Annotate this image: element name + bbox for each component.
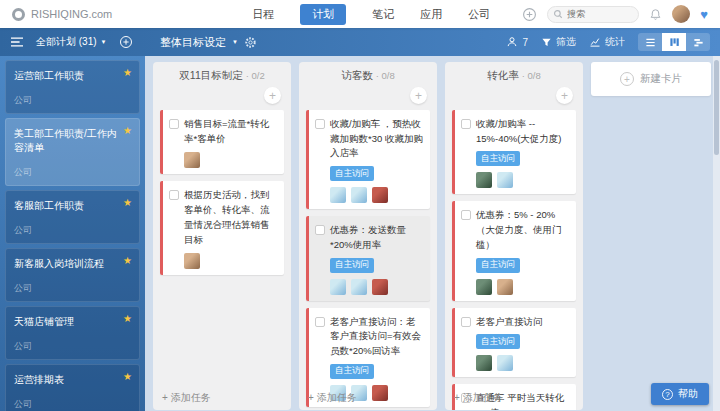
plans-dropdown-label: 全部计划 (31) bbox=[36, 35, 97, 49]
task-tag: 自主访问 bbox=[476, 258, 520, 273]
task-checkbox[interactable] bbox=[461, 210, 471, 220]
help-button[interactable]: ? 帮助 bbox=[651, 383, 709, 405]
task-checkbox[interactable] bbox=[169, 119, 179, 129]
plan-org: 公司 bbox=[14, 398, 131, 411]
sidebar-plan-item[interactable]: 新客服入岗培训流程 ★ 公司 bbox=[5, 248, 140, 302]
search-box bbox=[547, 6, 639, 23]
avatar bbox=[184, 152, 200, 168]
star-icon[interactable]: ★ bbox=[123, 256, 132, 266]
vertical-scrollbar[interactable] bbox=[713, 56, 720, 411]
filter-label: 筛选 bbox=[556, 35, 576, 49]
timeline-view-icon bbox=[693, 37, 704, 48]
sidebar-plan-item[interactable]: 天猫店铺管理 ★ 公司 bbox=[5, 306, 140, 360]
logo-icon bbox=[12, 8, 25, 21]
app-logo[interactable]: RISHIQING.com bbox=[12, 8, 112, 21]
task-checkbox[interactable] bbox=[461, 317, 471, 327]
gear-icon[interactable] bbox=[244, 36, 257, 49]
column-header: 转化率 · 0/8 bbox=[445, 62, 583, 84]
timeline-view-toggle[interactable] bbox=[686, 33, 710, 51]
new-card-label: 新建卡片 bbox=[640, 72, 682, 86]
scrollbar-thumb[interactable] bbox=[714, 60, 719, 155]
task-card[interactable]: 销售目标=流量*转化率*客单价 bbox=[160, 110, 284, 174]
filter-button[interactable]: 筛选 bbox=[541, 35, 576, 49]
task-checkbox[interactable] bbox=[169, 190, 179, 200]
members-button[interactable]: 7 bbox=[506, 36, 528, 48]
add-card-icon[interactable]: + bbox=[410, 87, 427, 104]
list-view-toggle[interactable] bbox=[638, 33, 662, 51]
add-card-icon[interactable]: + bbox=[556, 87, 573, 104]
task-card[interactable]: 根据历史活动，找到客单价、转化率、流量情况合理估算销售目标 bbox=[160, 181, 284, 275]
avatar bbox=[330, 187, 346, 203]
user-avatar[interactable] bbox=[672, 5, 690, 23]
add-task-label: 添加任务 bbox=[317, 392, 357, 403]
task-checkbox[interactable] bbox=[315, 225, 325, 235]
add-task-button[interactable]: + 添加任务 bbox=[308, 391, 357, 405]
task-card[interactable]: 收藏/加购率 -- 15%-40%(大促力度) 自主访问 bbox=[452, 110, 576, 194]
star-icon[interactable]: ★ bbox=[123, 314, 132, 324]
column-count: · 0/8 bbox=[522, 70, 541, 81]
chevron-down-icon: ▼ bbox=[232, 39, 238, 45]
plans-dropdown[interactable]: 全部计划 (31) ▼ bbox=[36, 35, 107, 49]
funnel-icon bbox=[541, 37, 552, 48]
avatar bbox=[184, 253, 200, 269]
add-circle-icon[interactable] bbox=[522, 7, 537, 22]
star-icon[interactable]: ★ bbox=[123, 68, 132, 78]
stats-label: 统计 bbox=[605, 35, 625, 49]
sidebar-plan-item[interactable]: 运营排期表 ★ 公司 bbox=[5, 364, 140, 411]
add-task-button[interactable]: + 添加任务 bbox=[162, 391, 211, 405]
star-icon[interactable]: ★ bbox=[123, 372, 132, 382]
member-icon bbox=[506, 36, 518, 48]
kanban-column-goal: 双11目标制定 · 0/2 + 销售目标=流量*转化率*客单价 根据历史活动，找… bbox=[153, 62, 291, 410]
nav-schedule[interactable]: 日程 bbox=[252, 7, 274, 22]
board-toolbar: 全部计划 (31) ▼ 整体目标设定 ▼ 7 筛选 统计 bbox=[0, 28, 720, 56]
question-icon: ? bbox=[662, 389, 673, 400]
add-task-button[interactable]: + 添加任务 bbox=[454, 391, 503, 405]
vip-heart-icon[interactable]: ♥ bbox=[700, 8, 708, 21]
task-card[interactable]: 老客户直接访问 自主访问 bbox=[452, 308, 576, 378]
avatar bbox=[476, 279, 492, 295]
task-card[interactable]: 优惠券：发送数量*20%使用率 自主访问 bbox=[306, 216, 430, 300]
avatar bbox=[330, 279, 346, 295]
plans-sidebar: 运营部工作职责 ★ 公司 美工部工作职责/工作内容清单 ★ 公司 客服部工作职责… bbox=[0, 56, 145, 411]
sidebar-plan-item[interactable]: 美工部工作职责/工作内容清单 ★ 公司 bbox=[5, 118, 140, 186]
nav-company[interactable]: 公司 bbox=[468, 7, 490, 22]
sidebar-plan-item[interactable]: 运营部工作职责 ★ 公司 bbox=[5, 60, 140, 114]
nav-plan[interactable]: 计划 bbox=[300, 4, 346, 25]
plus-icon: + bbox=[620, 72, 634, 86]
task-text: 收藏/加购率 -- 15%-40%(大促力度) bbox=[476, 117, 570, 146]
task-checkbox[interactable] bbox=[461, 119, 471, 129]
new-card-column-button[interactable]: + 新建卡片 bbox=[591, 62, 711, 96]
task-checkbox[interactable] bbox=[315, 119, 325, 129]
task-checkbox[interactable] bbox=[315, 317, 325, 327]
avatar bbox=[497, 172, 513, 188]
plan-title: 运营排期表 bbox=[14, 373, 131, 387]
task-card[interactable]: 优惠券：5% - 20% （大促力度、使用门槛） 自主访问 bbox=[452, 201, 576, 300]
chevron-down-icon: ▼ bbox=[101, 39, 107, 45]
add-card-icon[interactable]: + bbox=[264, 87, 281, 104]
star-icon[interactable]: ★ bbox=[123, 126, 132, 136]
task-text: 收藏/加购车 ，预热收藏加购数*30 收藏加购入店率 bbox=[330, 117, 424, 161]
column-header: 双11目标制定 · 0/2 bbox=[153, 62, 291, 84]
avatar bbox=[372, 385, 388, 401]
star-icon[interactable]: ★ bbox=[123, 198, 132, 208]
add-task-label: 添加任务 bbox=[171, 392, 211, 403]
board-title-dropdown[interactable]: 整体目标设定 ▼ bbox=[160, 35, 257, 50]
kanban-view-toggle[interactable] bbox=[662, 33, 686, 51]
plan-title: 运营部工作职责 bbox=[14, 69, 131, 83]
avatar bbox=[476, 355, 492, 371]
column-count: · 0/2 bbox=[246, 70, 265, 81]
nav-notes[interactable]: 笔记 bbox=[372, 7, 394, 22]
add-plan-icon[interactable] bbox=[119, 35, 133, 49]
task-text: 根据历史活动，找到客单价、转化率、流量情况合理估算销售目标 bbox=[184, 188, 278, 247]
bell-icon[interactable] bbox=[649, 8, 662, 21]
stats-button[interactable]: 统计 bbox=[589, 35, 625, 49]
menu-icon[interactable] bbox=[10, 36, 24, 48]
plan-title: 美工部工作职责/工作内容清单 bbox=[14, 127, 131, 155]
board-title: 整体目标设定 bbox=[160, 35, 226, 50]
nav-apps[interactable]: 应用 bbox=[420, 7, 442, 22]
task-tag: 自主访问 bbox=[476, 151, 520, 166]
plan-org: 公司 bbox=[14, 94, 131, 107]
task-card[interactable]: 收藏/加购车 ，预热收藏加购数*30 收藏加购入店率 自主访问 bbox=[306, 110, 430, 209]
logo-text: RISHIQING.com bbox=[31, 8, 112, 20]
sidebar-plan-item[interactable]: 客服部工作职责 ★ 公司 bbox=[5, 190, 140, 244]
